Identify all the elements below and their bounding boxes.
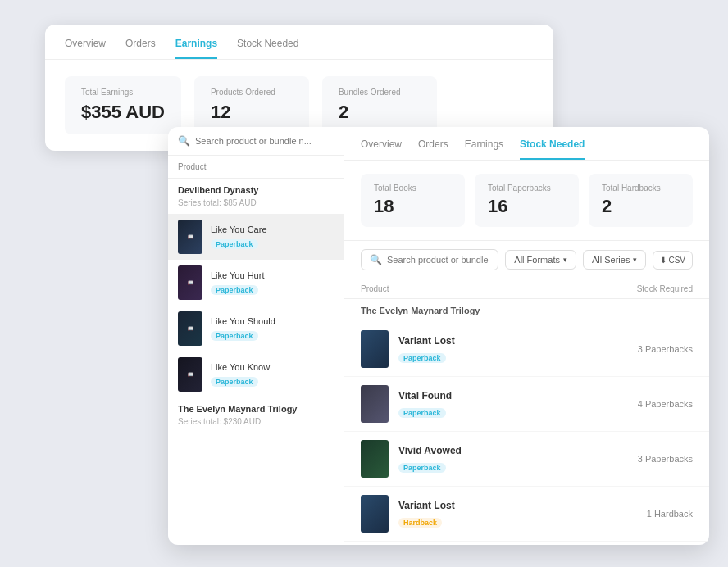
stat-products-ordered-value: 12	[211, 102, 293, 123]
sidebar-item-info-lyc: Like You Care Paperback	[211, 224, 334, 250]
col-stock-header: Stock Required	[637, 284, 693, 293]
badge-lyc: Paperback	[211, 239, 258, 249]
row-info-variant-lost-hb: Variant Lost Hardback	[398, 500, 647, 528]
stat-total-earnings-label: Total Earnings	[81, 88, 165, 97]
series-filter-label: All Series	[592, 255, 630, 265]
badge-variant-lost-hb: Hardback	[398, 518, 442, 528]
sidebar-group-devilbend: Devilbend Dynasty	[168, 179, 344, 198]
stat-bundles-ordered: Bundles Ordered 2	[322, 76, 437, 134]
tab-earnings-main[interactable]: Earnings	[465, 138, 503, 160]
sidebar-item-title-lyk: Like You Know	[211, 361, 334, 373]
csv-icon: ⬇	[660, 256, 667, 265]
tab-orders-back[interactable]: Orders	[125, 38, 156, 59]
search-icon-main: 🔍	[370, 254, 382, 265]
sidebar-col-header: Product	[168, 156, 344, 179]
badge-lyh: Paperback	[211, 285, 258, 295]
sidebar-search-input[interactable]	[195, 136, 334, 146]
format-filter[interactable]: All Formats ▾	[505, 250, 576, 270]
stock-needed-card: 🔍 Product Devilbend Dynasty Series total…	[168, 127, 709, 545]
tab-orders-main[interactable]: Orders	[418, 138, 448, 160]
badge-vivid-avowed: Paperback	[398, 463, 446, 473]
stat-total-hardbacks: Total Hardbacks 2	[589, 174, 693, 227]
badge-vital-found: Paperback	[398, 408, 446, 418]
product-sidebar: 🔍 Product Devilbend Dynasty Series total…	[168, 127, 344, 545]
stat-total-earnings-value: $355 AUD	[81, 102, 165, 123]
book-cover-variant-lost-pb	[361, 330, 389, 368]
csv-label: CSV	[668, 256, 685, 265]
row-title-vital-found: Vital Found	[398, 390, 638, 401]
group-evelyn-maynard: The Evelyn Maynard Trilogy	[344, 299, 709, 322]
tab-stock-main[interactable]: Stock Needed	[520, 138, 585, 160]
stat-total-books-value: 18	[374, 196, 452, 217]
stat-total-hardbacks-label: Total Hardbacks	[602, 184, 680, 193]
chevron-down-icon-format: ▾	[563, 256, 567, 264]
book-cover-vital-found	[361, 385, 389, 423]
sidebar-item-like-you-should[interactable]: 📖 Like You Should Paperback	[168, 306, 344, 352]
stat-total-paperbacks-label: Total Paperbacks	[488, 184, 566, 193]
series-filter[interactable]: All Series ▾	[583, 250, 646, 270]
row-title-variant-lost-pb: Variant Lost	[398, 335, 638, 347]
stat-total-earnings: Total Earnings $355 AUD	[65, 76, 181, 134]
main-toolbar: 🔍 All Formats ▾ All Series ▾ ⬇ CSV	[344, 241, 709, 279]
book-thumb-like-you-care: 📖	[178, 220, 202, 254]
book-cover-variant-lost-hb	[361, 495, 389, 533]
stat-total-books: Total Books 18	[361, 174, 465, 227]
badge-lys: Paperback	[211, 331, 258, 341]
tab-stock-back[interactable]: Stock Needed	[237, 38, 298, 59]
table-row[interactable]: Variant Lost Paperback 3 Paperbacks	[344, 322, 709, 377]
tab-overview-main[interactable]: Overview	[361, 138, 402, 160]
book-thumb-like-you-hurt: 📖	[178, 265, 202, 300]
sidebar-item-like-you-care[interactable]: 📖 Like You Care Paperback	[168, 214, 344, 260]
table-row[interactable]: Variant Lost Hardback 1 Hardback	[344, 487, 709, 542]
stat-total-books-label: Total Books	[374, 184, 452, 193]
row-info-vivid-avowed: Vivid Avowed Paperback	[398, 445, 638, 474]
stat-products-ordered-label: Products Ordered	[211, 88, 293, 97]
stat-total-hardbacks-value: 2	[602, 196, 680, 217]
sidebar-item-like-you-hurt[interactable]: 📖 Like You Hurt Paperback	[168, 260, 344, 306]
book-thumb-like-you-know: 📖	[178, 357, 202, 392]
main-stats-row: Total Books 18 Total Paperbacks 16 Total…	[344, 161, 709, 241]
sidebar-group-evelyn-sub: Series total: $230 AUD	[168, 417, 344, 433]
table-row[interactable]: Vital Found Paperback 4 Paperbacks	[344, 377, 709, 432]
sidebar-group-evelyn: The Evelyn Maynard Trilogy	[168, 397, 344, 417]
sidebar-group-devilbend-sub: Series total: $85 AUD	[168, 198, 344, 214]
sidebar-item-info-lyk: Like You Know Paperback	[211, 361, 334, 388]
stat-bundles-ordered-value: 2	[339, 102, 421, 123]
main-tabs: Overview Orders Earnings Stock Needed	[344, 127, 709, 161]
sidebar-item-title-lys: Like You Should	[211, 315, 334, 327]
book-cover-vivid-avowed	[361, 440, 389, 478]
row-stock-variant-lost-hb: 1 Hardback	[647, 509, 693, 519]
row-title-variant-lost-hb: Variant Lost	[398, 500, 647, 511]
row-info-variant-lost-pb: Variant Lost Paperback	[398, 335, 638, 364]
badge-variant-lost-pb: Paperback	[398, 353, 446, 363]
stat-products-ordered: Products Ordered 12	[194, 76, 309, 134]
row-title-vivid-avowed: Vivid Avowed	[398, 445, 638, 456]
stat-bundles-ordered-label: Bundles Ordered	[339, 88, 421, 97]
col-product-header: Product	[361, 284, 389, 293]
main-panel: Overview Orders Earnings Stock Needed To…	[344, 127, 709, 545]
row-stock-vivid-avowed: 3 Paperbacks	[638, 454, 693, 464]
row-stock-vital-found: 4 Paperbacks	[638, 399, 693, 409]
table-header: Product Stock Required	[344, 279, 709, 299]
sidebar-item-title-lyc: Like You Care	[211, 224, 334, 235]
csv-button[interactable]: ⬇ CSV	[653, 251, 693, 270]
sidebar-item-info-lys: Like You Should Paperback	[211, 315, 334, 342]
table-body: The Evelyn Maynard Trilogy Variant Lost …	[344, 299, 709, 545]
tab-overview-back[interactable]: Overview	[65, 38, 106, 59]
back-card-tabs: Overview Orders Earnings Stock Needed	[45, 25, 553, 60]
format-filter-label: All Formats	[514, 255, 560, 265]
stat-total-paperbacks-value: 16	[488, 196, 566, 217]
stat-total-paperbacks: Total Paperbacks 16	[475, 174, 579, 227]
search-icon-sidebar: 🔍	[178, 135, 190, 147]
sidebar-search-wrap[interactable]: 🔍	[168, 127, 344, 156]
main-search-input[interactable]	[387, 255, 489, 265]
sidebar-item-info-lyh: Like You Hurt Paperback	[211, 270, 334, 296]
chevron-down-icon-series: ▾	[633, 256, 637, 264]
main-search-wrap[interactable]: 🔍	[361, 249, 498, 270]
table-row[interactable]: Vivid Avowed Paperback 3 Paperbacks	[344, 432, 709, 487]
sidebar-item-title-lyh: Like You Hurt	[211, 270, 334, 281]
badge-lyk: Paperback	[211, 377, 258, 387]
book-thumb-like-you-should: 📖	[178, 311, 202, 346]
sidebar-item-like-you-know[interactable]: 📖 Like You Know Paperback	[168, 352, 344, 397]
tab-earnings-back[interactable]: Earnings	[175, 38, 217, 59]
